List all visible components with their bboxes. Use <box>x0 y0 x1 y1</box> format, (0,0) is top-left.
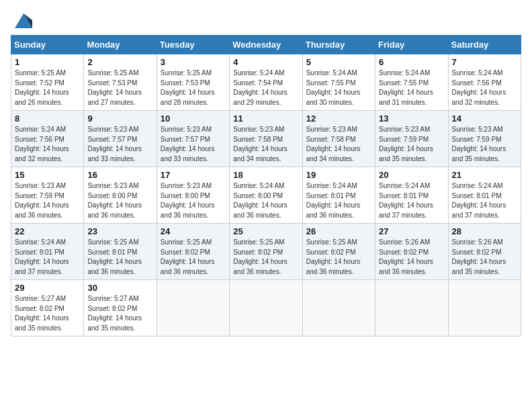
day-number: 16 <box>87 170 152 180</box>
daylight-label: Daylight: 14 hours and 37 minutes. <box>452 201 506 219</box>
day-detail: Sunrise: 5:24 AM Sunset: 7:56 PM Dayligh… <box>452 68 517 107</box>
col-header-saturday: Saturday <box>448 36 521 54</box>
day-number: 30 <box>87 283 152 293</box>
day-number: 3 <box>161 57 226 67</box>
day-detail: Sunrise: 5:24 AM Sunset: 8:00 PM Dayligh… <box>233 181 298 220</box>
day-cell: 14 Sunrise: 5:23 AM Sunset: 7:59 PM Dayl… <box>448 111 521 167</box>
daylight-label: Daylight: 14 hours and 35 minutes. <box>379 145 433 163</box>
sunset-label: Sunset: 7:59 PM <box>379 136 429 143</box>
day-cell: 8 Sunrise: 5:24 AM Sunset: 7:56 PM Dayli… <box>11 111 84 167</box>
daylight-label: Daylight: 14 hours and 32 minutes. <box>452 89 506 106</box>
daylight-label: Daylight: 14 hours and 35 minutes. <box>452 258 506 275</box>
day-detail: Sunrise: 5:23 AM Sunset: 7:58 PM Dayligh… <box>306 125 371 164</box>
day-cell: 6 Sunrise: 5:24 AM Sunset: 7:55 PM Dayli… <box>375 54 448 111</box>
sunset-label: Sunset: 7:56 PM <box>452 79 502 87</box>
sunset-label: Sunset: 8:00 PM <box>87 192 137 199</box>
day-number: 6 <box>379 57 444 67</box>
daylight-label: Daylight: 14 hours and 30 minutes. <box>306 89 361 106</box>
day-cell: 29 Sunrise: 5:27 AM Sunset: 8:02 PM Dayl… <box>11 280 84 336</box>
daylight-label: Daylight: 14 hours and 29 minutes. <box>233 89 287 106</box>
day-detail: Sunrise: 5:25 AM Sunset: 7:53 PM Dayligh… <box>87 68 152 107</box>
day-detail: Sunrise: 5:25 AM Sunset: 8:02 PM Dayligh… <box>306 238 371 277</box>
day-detail: Sunrise: 5:23 AM Sunset: 7:59 PM Dayligh… <box>15 181 80 220</box>
sunset-label: Sunset: 8:02 PM <box>15 305 64 312</box>
sunset-label: Sunset: 7:58 PM <box>306 136 356 143</box>
sunrise-label: Sunrise: 5:25 AM <box>233 238 284 246</box>
sunrise-label: Sunrise: 5:23 AM <box>379 126 430 133</box>
day-detail: Sunrise: 5:27 AM Sunset: 8:02 PM Dayligh… <box>87 294 152 333</box>
day-cell: 20 Sunrise: 5:24 AM Sunset: 8:01 PM Dayl… <box>375 167 448 224</box>
day-cell: 3 Sunrise: 5:25 AM Sunset: 7:53 PM Dayli… <box>157 54 229 111</box>
sunset-label: Sunset: 7:58 PM <box>233 136 283 143</box>
day-detail: Sunrise: 5:23 AM Sunset: 7:57 PM Dayligh… <box>87 125 152 164</box>
sunrise-label: Sunrise: 5:25 AM <box>15 69 66 77</box>
sunrise-label: Sunrise: 5:27 AM <box>87 295 138 302</box>
sunset-label: Sunset: 7:53 PM <box>161 79 210 87</box>
day-cell: 5 Sunrise: 5:24 AM Sunset: 7:55 PM Dayli… <box>302 54 375 111</box>
sunset-label: Sunset: 8:01 PM <box>379 192 429 199</box>
daylight-label: Daylight: 14 hours and 27 minutes. <box>87 89 142 106</box>
sunset-label: Sunset: 8:02 PM <box>87 305 137 312</box>
day-cell: 26 Sunrise: 5:25 AM Sunset: 8:02 PM Dayl… <box>302 224 375 280</box>
daylight-label: Daylight: 14 hours and 28 minutes. <box>161 89 215 106</box>
sunset-label: Sunset: 8:00 PM <box>161 192 210 199</box>
day-detail: Sunrise: 5:25 AM Sunset: 8:02 PM Dayligh… <box>161 238 226 277</box>
day-cell <box>448 280 521 336</box>
day-number: 18 <box>233 170 298 180</box>
sunset-label: Sunset: 7:55 PM <box>306 79 356 87</box>
sunrise-label: Sunrise: 5:23 AM <box>87 182 138 189</box>
col-header-sunday: Sunday <box>11 36 84 54</box>
day-detail: Sunrise: 5:24 AM Sunset: 7:56 PM Dayligh… <box>15 125 80 164</box>
day-number: 2 <box>87 57 152 67</box>
day-cell: 16 Sunrise: 5:23 AM Sunset: 8:00 PM Dayl… <box>84 167 157 224</box>
day-number: 7 <box>452 57 517 67</box>
day-number: 23 <box>87 226 152 236</box>
sunrise-label: Sunrise: 5:24 AM <box>379 182 430 189</box>
sunrise-label: Sunrise: 5:23 AM <box>15 182 66 189</box>
daylight-label: Daylight: 14 hours and 33 minutes. <box>87 145 142 163</box>
day-cell: 27 Sunrise: 5:26 AM Sunset: 8:02 PM Dayl… <box>375 224 448 280</box>
day-cell: 9 Sunrise: 5:23 AM Sunset: 7:57 PM Dayli… <box>84 111 157 167</box>
day-detail: Sunrise: 5:23 AM Sunset: 7:59 PM Dayligh… <box>452 125 517 164</box>
sunset-label: Sunset: 7:53 PM <box>87 79 137 87</box>
sunrise-label: Sunrise: 5:24 AM <box>379 69 430 77</box>
day-number: 21 <box>452 170 517 180</box>
sunrise-label: Sunrise: 5:25 AM <box>161 69 212 77</box>
day-number: 22 <box>15 226 80 236</box>
sunset-label: Sunset: 8:02 PM <box>161 248 210 256</box>
day-cell: 30 Sunrise: 5:27 AM Sunset: 8:02 PM Dayl… <box>84 280 157 336</box>
day-detail: Sunrise: 5:24 AM Sunset: 8:01 PM Dayligh… <box>452 181 517 220</box>
daylight-label: Daylight: 14 hours and 31 minutes. <box>379 89 433 106</box>
sunrise-label: Sunrise: 5:23 AM <box>161 126 212 133</box>
daylight-label: Daylight: 14 hours and 34 minutes. <box>233 145 287 163</box>
day-cell: 24 Sunrise: 5:25 AM Sunset: 8:02 PM Dayl… <box>157 224 229 280</box>
daylight-label: Daylight: 14 hours and 34 minutes. <box>306 145 361 163</box>
day-number: 11 <box>233 113 298 124</box>
sunset-label: Sunset: 7:54 PM <box>233 79 283 87</box>
sunrise-label: Sunrise: 5:23 AM <box>161 182 212 189</box>
day-cell <box>157 280 229 336</box>
sunset-label: Sunset: 8:02 PM <box>233 248 283 256</box>
sunrise-label: Sunrise: 5:27 AM <box>15 295 66 302</box>
daylight-label: Daylight: 14 hours and 36 minutes. <box>306 258 361 275</box>
daylight-label: Daylight: 14 hours and 37 minutes. <box>379 201 433 219</box>
day-number: 19 <box>306 170 371 180</box>
day-detail: Sunrise: 5:24 AM Sunset: 8:01 PM Dayligh… <box>379 181 444 220</box>
daylight-label: Daylight: 14 hours and 32 minutes. <box>15 145 69 163</box>
header-row: SundayMondayTuesdayWednesdayThursdayFrid… <box>11 36 521 54</box>
day-cell: 22 Sunrise: 5:24 AM Sunset: 8:01 PM Dayl… <box>11 224 84 280</box>
day-cell: 13 Sunrise: 5:23 AM Sunset: 7:59 PM Dayl… <box>375 111 448 167</box>
day-detail: Sunrise: 5:23 AM Sunset: 8:00 PM Dayligh… <box>161 181 226 220</box>
sunrise-label: Sunrise: 5:26 AM <box>452 238 503 246</box>
daylight-label: Daylight: 14 hours and 36 minutes. <box>161 258 215 275</box>
day-cell: 19 Sunrise: 5:24 AM Sunset: 8:01 PM Dayl… <box>302 167 375 224</box>
day-cell: 7 Sunrise: 5:24 AM Sunset: 7:56 PM Dayli… <box>448 54 521 111</box>
day-detail: Sunrise: 5:27 AM Sunset: 8:02 PM Dayligh… <box>15 294 80 333</box>
day-number: 27 <box>379 226 444 236</box>
logo <box>11 11 34 30</box>
day-detail: Sunrise: 5:23 AM Sunset: 7:58 PM Dayligh… <box>233 125 298 164</box>
sunset-label: Sunset: 8:01 PM <box>15 248 64 256</box>
sunset-label: Sunset: 8:01 PM <box>306 192 356 199</box>
day-number: 9 <box>87 113 152 124</box>
day-detail: Sunrise: 5:25 AM Sunset: 7:53 PM Dayligh… <box>161 68 226 107</box>
